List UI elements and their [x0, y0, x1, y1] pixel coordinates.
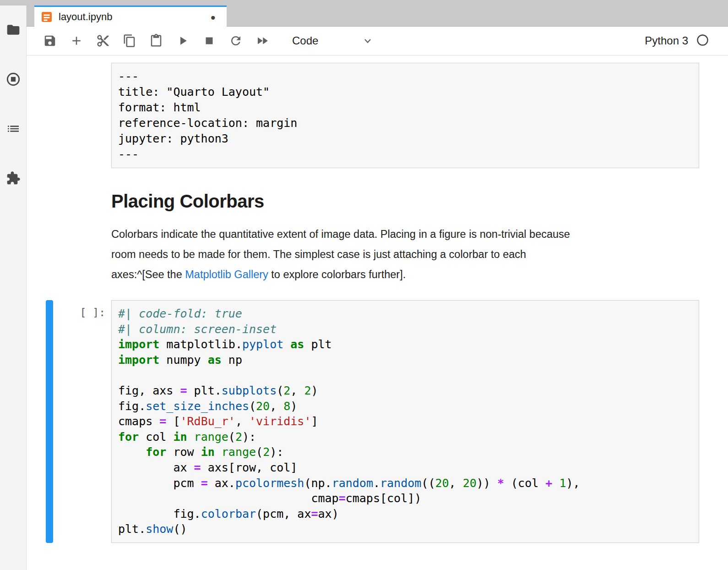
code-line: import matplotlib.pyplot as plt — [118, 337, 692, 352]
notebook-content: ---title: "Quarto Layout"format: htmlref… — [27, 55, 728, 570]
code-cell: [ ]: #| code-fold: true#| column: screen… — [27, 300, 728, 543]
copy-cells-button[interactable] — [123, 34, 136, 48]
interrupt-kernel-button[interactable] — [202, 34, 216, 48]
refresh-icon — [229, 34, 243, 48]
scissors-icon — [96, 34, 110, 48]
cell-input-prompt: [ ]: — [53, 300, 105, 543]
raw-cell-editor[interactable]: ---title: "Quarto Layout"format: htmlref… — [111, 63, 699, 168]
code-line: fig.set_size_inches(20, 8) — [118, 399, 692, 414]
copy-icon — [123, 34, 136, 48]
raw-line: title: "Quarto Layout" — [118, 84, 692, 100]
code-line: cmaps = ['RdBu_r', 'viridis'] — [118, 414, 692, 429]
kernel-name[interactable]: Python 3 — [645, 34, 688, 47]
paragraph-text: to explore colorbars further]. — [268, 269, 406, 280]
code-cell-editor[interactable]: #| code-fold: true#| column: screen-inse… — [111, 300, 699, 543]
kernel-status[interactable] — [696, 34, 709, 48]
markdown-heading: Placing Colorbars — [111, 190, 699, 212]
code-line: import numpy as np — [118, 352, 692, 368]
paragraph-line: room needs to be made for them. The simp… — [111, 244, 699, 264]
markdown-paragraph: Colorbars indicate the quantitative exte… — [111, 224, 699, 285]
code-line: #| column: screen-inset — [118, 322, 692, 337]
cell-type-dropdown[interactable]: Code — [292, 34, 374, 47]
code-line: #| code-fold: true — [118, 306, 692, 322]
insert-cell-button[interactable] — [70, 34, 83, 48]
cell-type-value: Code — [292, 34, 318, 47]
list-icon — [6, 121, 21, 136]
code-line: plt.show() — [118, 521, 692, 537]
save-button[interactable] — [43, 34, 57, 48]
stop-circle-icon — [6, 72, 21, 87]
code-line: for col in range(2): — [118, 429, 692, 445]
puzzle-icon — [6, 171, 21, 186]
tab-layout-ipynb[interactable]: layout.ipynb ● — [34, 5, 227, 27]
paste-cells-button[interactable] — [149, 34, 163, 48]
raw-line: format: html — [118, 100, 692, 115]
save-icon — [43, 34, 57, 48]
raw-cell: ---title: "Quarto Layout"format: htmlref… — [111, 63, 728, 168]
tab-title: layout.ipynb — [59, 11, 112, 23]
sidebar-item-extensions[interactable] — [5, 170, 21, 186]
kernel-indicator: Python 3 — [645, 34, 728, 48]
code-line: for row in range(2): — [118, 444, 692, 460]
stop-icon — [202, 34, 216, 48]
chevron-down-icon — [362, 35, 374, 47]
restart-run-all-button[interactable] — [255, 34, 269, 48]
code-line: ax = axs[row, col] — [118, 460, 692, 476]
tab-bar: layout.ipynb ● — [27, 0, 728, 27]
notebook-toolbar: Code Python 3 — [27, 27, 728, 55]
code-line: fig.colorbar(pcm, ax=ax) — [118, 506, 692, 522]
paragraph-line: axes:^[See the Matplotlib Gallery to exp… — [111, 264, 699, 285]
window-top-strip — [0, 0, 27, 5]
code-line — [118, 367, 692, 383]
cut-cells-button[interactable] — [96, 34, 110, 48]
folder-icon — [6, 22, 21, 37]
raw-line: --- — [118, 147, 692, 162]
raw-line: reference-location: margin — [118, 115, 692, 131]
play-icon — [176, 34, 190, 48]
matplotlib-gallery-link[interactable]: Matplotlib Gallery — [185, 269, 268, 280]
code-line: fig, axs = plt.subplots(2, 2) — [118, 383, 692, 399]
restart-kernel-button[interactable] — [229, 34, 243, 48]
clipboard-icon — [149, 34, 163, 48]
left-sidebar — [0, 5, 27, 570]
fast-forward-icon — [255, 34, 269, 48]
paragraph-text: axes:^[See the — [111, 269, 185, 280]
sidebar-item-running-sessions[interactable] — [5, 71, 21, 87]
raw-line: --- — [118, 69, 692, 84]
cell-collapser[interactable] — [46, 300, 53, 543]
notebook-icon — [41, 11, 53, 23]
plus-icon — [70, 34, 83, 48]
raw-line: jupyter: python3 — [118, 131, 692, 147]
paragraph-line: Colorbars indicate the quantitative exte… — [111, 224, 699, 244]
sidebar-item-table-of-contents[interactable] — [5, 121, 21, 137]
markdown-cell: Placing Colorbars Colorbars indicate the… — [111, 190, 699, 285]
kernel-idle-circle-icon — [696, 34, 709, 46]
sidebar-item-file-browser[interactable] — [5, 22, 21, 38]
code-line: pcm = ax.pcolormesh(np.random.random((20… — [118, 476, 692, 491]
run-cell-button[interactable] — [176, 34, 190, 48]
code-line: cmap=cmaps[col]) — [118, 491, 692, 506]
modified-indicator[interactable]: ● — [211, 13, 216, 22]
